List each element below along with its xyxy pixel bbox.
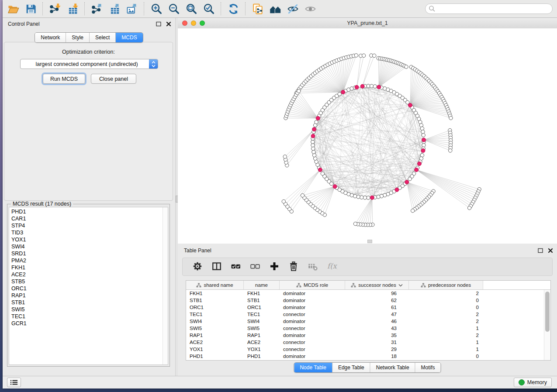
tab-motifs[interactable]: Motifs xyxy=(415,363,441,372)
select-all-button[interactable] xyxy=(228,260,244,274)
graph-node[interactable] xyxy=(411,209,415,213)
graph-node[interactable] xyxy=(449,116,453,120)
graph-dominator-node[interactable] xyxy=(318,168,322,172)
delete-row-button[interactable] xyxy=(286,260,301,274)
table-row[interactable]: YOX1YOX1connector291 xyxy=(186,346,550,353)
graph-node[interactable] xyxy=(373,54,376,57)
graph-node[interactable] xyxy=(321,172,324,175)
graph-node[interactable] xyxy=(311,144,315,147)
graph-node[interactable] xyxy=(354,54,358,57)
tab-network-table[interactable]: Network Table xyxy=(370,363,415,372)
search-input[interactable] xyxy=(425,3,553,14)
column-header-shared-name[interactable]: shared name xyxy=(186,281,244,289)
float-table-panel-button[interactable] xyxy=(537,248,543,254)
settings-gear-button[interactable] xyxy=(190,260,205,274)
tab-edge-table[interactable]: Edge Table xyxy=(332,363,370,372)
table-row[interactable]: SWI5SWI5connector431 xyxy=(186,325,550,332)
graph-node[interactable] xyxy=(422,133,425,137)
graph-node[interactable] xyxy=(420,127,424,130)
graph-dominator-node[interactable] xyxy=(316,116,320,120)
export-network-button[interactable] xyxy=(88,1,106,16)
graph-node[interactable] xyxy=(315,120,318,124)
table-scrollbar-thumb[interactable] xyxy=(545,292,550,332)
clone-network-button[interactable] xyxy=(249,1,266,16)
table-scrollbar[interactable] xyxy=(544,290,550,360)
float-panel-button[interactable] xyxy=(156,21,162,27)
column-header-MCDS-role[interactable]: MCDS role xyxy=(280,281,345,289)
deselect-all-button[interactable] xyxy=(247,260,263,274)
graph-dominator-node[interactable] xyxy=(311,134,315,138)
close-panel-button[interactable] xyxy=(166,21,172,27)
tab-select[interactable]: Select xyxy=(89,33,115,42)
graph-node[interactable] xyxy=(363,196,367,199)
memory-button[interactable]: Memory xyxy=(514,378,552,387)
graph-node[interactable] xyxy=(367,84,370,88)
open-folder-button[interactable] xyxy=(4,1,22,16)
export-table-button[interactable] xyxy=(106,1,123,16)
graph-node[interactable] xyxy=(312,153,316,157)
import-table-button[interactable] xyxy=(64,1,81,16)
graph-node[interactable] xyxy=(338,92,341,96)
graph-node[interactable] xyxy=(405,65,408,69)
graph-node[interactable] xyxy=(360,196,363,199)
run-mcds-button[interactable]: Run MCDS xyxy=(43,74,85,84)
graph-dominator-node[interactable] xyxy=(341,90,345,94)
refresh-button[interactable] xyxy=(225,1,242,16)
result-list-scrollbar[interactable] xyxy=(163,207,168,364)
first-neighbors-button[interactable] xyxy=(266,1,284,16)
graph-node[interactable] xyxy=(373,85,377,88)
graph-dominator-node[interactable] xyxy=(377,85,381,89)
graph-dominator-node[interactable] xyxy=(312,127,316,131)
graph-node[interactable] xyxy=(422,144,426,147)
column-header-predecessor-nodes[interactable]: predecessor nodes xyxy=(409,281,483,289)
graph-node[interactable] xyxy=(367,196,370,199)
graph-node[interactable] xyxy=(467,206,471,210)
graph-dominator-node[interactable] xyxy=(370,196,374,199)
tab-node-table[interactable]: Node Table xyxy=(294,363,332,372)
tab-network[interactable]: Network xyxy=(35,33,66,42)
criterion-dropdown[interactable]: largest connected component (undirected) xyxy=(20,59,158,69)
zoom-fit-button[interactable] xyxy=(183,1,200,16)
graph-node[interactable] xyxy=(311,147,315,150)
export-image-button[interactable] xyxy=(123,1,141,16)
graph-node[interactable] xyxy=(311,140,315,144)
graph-dominator-node[interactable] xyxy=(422,138,426,142)
graph-node[interactable] xyxy=(362,54,365,57)
column-header-name[interactable]: name xyxy=(244,281,280,289)
graph-node[interactable] xyxy=(353,222,357,226)
graph-dominator-node[interactable] xyxy=(415,168,419,172)
panel-menu-button[interactable] xyxy=(7,378,21,387)
tab-mcds[interactable]: MCDS xyxy=(115,33,142,42)
graph-node[interactable] xyxy=(370,84,373,88)
graph-dominator-node[interactable] xyxy=(408,103,412,107)
show-all-button[interactable] xyxy=(301,1,319,16)
graph-node[interactable] xyxy=(312,150,315,154)
graph-dominator-node[interactable] xyxy=(360,84,364,88)
table-row[interactable]: ACE2ACE2connector311 xyxy=(186,339,550,346)
hide-selected-button[interactable] xyxy=(284,1,301,16)
table-row[interactable]: SWI4SWI4dominator462 xyxy=(186,318,550,325)
graph-dominator-node[interactable] xyxy=(418,162,422,166)
table-row[interactable]: FKH1FKH1dominator962 xyxy=(186,290,550,297)
graph-node[interactable] xyxy=(297,89,301,93)
graph-dominator-node[interactable] xyxy=(421,149,425,153)
zoom-selected-button[interactable] xyxy=(200,1,218,16)
table-row[interactable]: STB1STB1dominator620 xyxy=(186,297,550,304)
graph-node[interactable] xyxy=(282,199,285,203)
add-row-button[interactable] xyxy=(266,260,282,274)
zoom-in-button[interactable] xyxy=(148,1,165,16)
toggle-panel-button[interactable] xyxy=(209,260,225,274)
network-canvas[interactable] xyxy=(178,28,557,244)
table-row[interactable]: TEC1TEC1connector472 xyxy=(186,311,550,318)
import-network-button[interactable] xyxy=(46,1,64,16)
graph-node[interactable] xyxy=(283,155,287,158)
graph-node[interactable] xyxy=(356,195,360,199)
graph-node[interactable] xyxy=(380,194,383,198)
graph-node[interactable] xyxy=(301,194,304,197)
close-table-panel-button[interactable] xyxy=(547,248,554,254)
horizontal-splitter-handle[interactable] xyxy=(367,240,372,243)
graph-node[interactable] xyxy=(421,130,425,134)
zoom-out-button[interactable] xyxy=(165,1,183,16)
graph-dominator-node[interactable] xyxy=(355,85,359,89)
graph-node[interactable] xyxy=(377,195,380,199)
